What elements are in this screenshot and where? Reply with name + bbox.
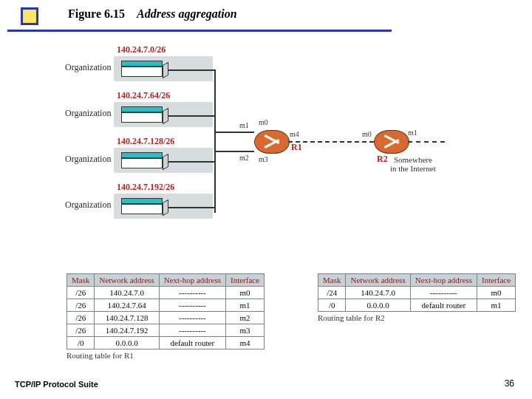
routing-table-r1: Mask Network address Next-hop address In… bbox=[66, 273, 265, 360]
host-icon bbox=[121, 106, 163, 124]
table-row: /26140.24.7.128----------m2 bbox=[67, 312, 265, 324]
org-network: 140.24.7.128/26 bbox=[117, 136, 174, 147]
figure-number: Figure 6.15 bbox=[68, 7, 125, 20]
th: Network address bbox=[346, 274, 410, 287]
title-bullet-icon bbox=[21, 7, 38, 25]
table-row: /00.0.0.0default routerm4 bbox=[67, 337, 265, 349]
org-network: 140.24.7.0/26 bbox=[117, 44, 166, 55]
table-row: /00.0.0.0default routerm1 bbox=[318, 299, 516, 312]
org-network: 140.24.7.192/26 bbox=[117, 182, 174, 193]
th: Interface bbox=[225, 274, 264, 287]
table-r2-caption: Routing table for R2 bbox=[318, 313, 516, 322]
figure-caption: Address aggregation bbox=[137, 7, 237, 20]
router-r2-label: R2 bbox=[377, 154, 388, 165]
slide: Figure 6.15 Address aggregation Organiza… bbox=[0, 0, 532, 399]
link-line bbox=[168, 115, 214, 117]
page-number: 36 bbox=[505, 378, 514, 389]
th: Mask bbox=[318, 274, 346, 287]
link-line bbox=[168, 161, 214, 163]
table-row: /24140.24.7.0----------m0 bbox=[318, 287, 516, 299]
th: Next-hop address bbox=[159, 274, 225, 287]
host-icon bbox=[121, 61, 163, 78]
th: Interface bbox=[477, 274, 515, 287]
org-label: Organization 3 bbox=[65, 154, 117, 165]
bus-line bbox=[214, 69, 216, 213]
r2-port-m0: m0 bbox=[362, 130, 372, 138]
bus-to-r1-bot bbox=[214, 151, 254, 152]
table-row: /26140.24.7.192----------m3 bbox=[67, 324, 265, 337]
r1-port-m1: m1 bbox=[239, 121, 249, 129]
r2-port-m1: m1 bbox=[408, 129, 417, 137]
routing-table-r2: Mask Network address Next-hop address In… bbox=[318, 273, 516, 322]
host-icon bbox=[121, 198, 163, 216]
tap bbox=[214, 69, 216, 70]
org-network: 140.24.7.64/26 bbox=[117, 90, 170, 101]
table-header-row: Mask Network address Next-hop address In… bbox=[67, 274, 265, 287]
router-r1-icon bbox=[254, 130, 290, 154]
host-icon bbox=[121, 152, 163, 170]
link-line bbox=[168, 207, 214, 208]
org-label: Organization 2 bbox=[65, 108, 117, 119]
th: Mask bbox=[67, 274, 95, 287]
table-r1-caption: Routing table for R1 bbox=[66, 351, 265, 360]
th: Next-hop address bbox=[410, 274, 477, 287]
org-label: Organization 4 bbox=[65, 200, 117, 211]
bus-to-r1-top bbox=[214, 132, 254, 133]
th: Network address bbox=[95, 274, 159, 287]
figure-title: Figure 6.15 Address aggregation bbox=[68, 7, 237, 21]
table-header-row: Mask Network address Next-hop address In… bbox=[318, 274, 516, 287]
r2-note: Somewhere in the Internet bbox=[390, 155, 436, 173]
link-line bbox=[168, 69, 214, 71]
table-r2: Mask Network address Next-hop address In… bbox=[318, 273, 516, 312]
link-r2-out bbox=[408, 141, 445, 143]
router-r1-label: R1 bbox=[291, 142, 302, 153]
r1-port-m0: m0 bbox=[259, 118, 268, 126]
footer-title: TCP/IP Protocol Suite bbox=[15, 380, 98, 389]
table-row: /26140.24.7.0----------m0 bbox=[67, 287, 265, 299]
router-r2-icon bbox=[374, 130, 409, 154]
r1-port-m4: m4 bbox=[290, 130, 299, 138]
title-underline bbox=[7, 30, 392, 32]
r1-port-m3: m3 bbox=[259, 155, 268, 163]
table-r1: Mask Network address Next-hop address In… bbox=[66, 273, 265, 349]
table-row: /26140.24.7.64----------m1 bbox=[67, 299, 265, 312]
diagram-area: Organization 1 140.24.7.0/26 Organizatio… bbox=[65, 44, 479, 251]
r1-port-m2: m2 bbox=[239, 154, 249, 162]
link-r1-r2 bbox=[288, 141, 374, 143]
org-label: Organization 1 bbox=[65, 62, 117, 73]
